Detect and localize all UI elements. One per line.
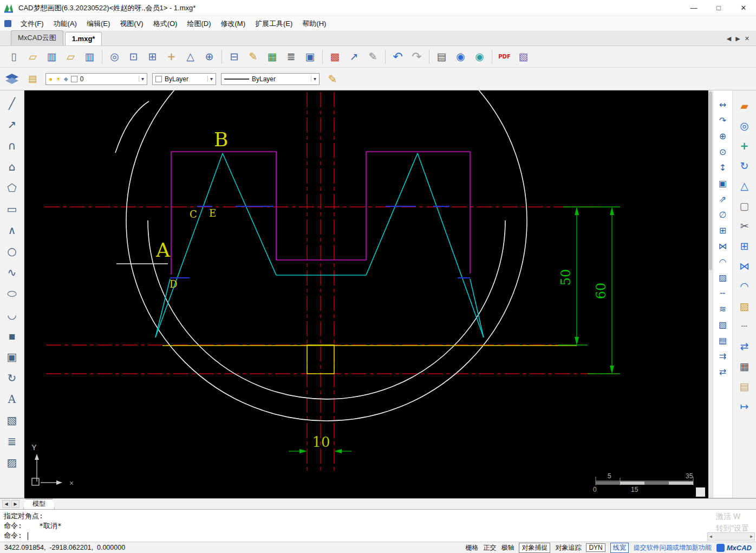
swap-tool-icon[interactable]: ⇄ — [715, 365, 731, 378]
edit-attributes-icon[interactable]: ✎ — [363, 48, 382, 66]
export-pdf-icon[interactable]: PDF — [495, 48, 514, 66]
tab-model[interactable]: 模型 — [23, 499, 55, 510]
linetype-select[interactable]: ByLayer ▾ — [221, 73, 320, 85]
hatch-tool-icon[interactable]: ▨ — [2, 453, 22, 472]
arc-tool-icon[interactable]: ∩ — [2, 136, 22, 155]
print-icon[interactable]: ▤ — [432, 48, 451, 66]
command-prompt-line[interactable]: 命令: — [4, 531, 756, 541]
rectangle-tool-icon[interactable]: ▭ — [2, 199, 22, 218]
line-tool-icon[interactable]: ╱ — [2, 94, 22, 113]
color-table-icon[interactable]: ▩ — [325, 48, 344, 66]
zoom-window-tool-icon[interactable]: ▣ — [715, 177, 731, 190]
export-image-icon[interactable]: ▧ — [514, 48, 533, 66]
open-file-icon[interactable]: ▱ — [23, 48, 42, 66]
tab-current-drawing[interactable]: 1.mxg* — [65, 32, 102, 45]
drawing-canvas[interactable]: 50 60 10 B C E A D — [24, 90, 708, 498]
text-style-icon[interactable]: ≣ — [282, 48, 301, 66]
stretch-icon[interactable]: ▢ — [735, 199, 754, 212]
ellipse-arc-tool-icon[interactable]: ◡ — [2, 305, 22, 324]
save-as-icon[interactable]: ▥ — [80, 48, 99, 66]
trim-icon[interactable]: ✂ — [735, 219, 754, 232]
command-window[interactable]: 指定对角点: 命令: *取消* 命令: 激活 W 转到"设置 ◀ ▶ — [0, 509, 756, 542]
insert-table-icon[interactable]: ▦ — [263, 48, 282, 66]
break-icon[interactable]: ┄ — [735, 320, 754, 333]
draw-pencil-icon[interactable]: ✎ — [244, 48, 263, 66]
toggle-dyn[interactable]: DYN — [586, 543, 605, 552]
zoom-scale-icon[interactable]: △ — [181, 48, 200, 66]
toggle-grid[interactable]: 栅格 — [465, 543, 478, 552]
linetype-scale-icon[interactable]: ╌ — [715, 287, 731, 300]
color-select[interactable]: ByLayer ▾ — [152, 73, 216, 85]
image-insert-tool-icon[interactable]: ▧ — [2, 411, 22, 430]
polygon2-tool-icon[interactable]: ⬠ — [2, 178, 22, 197]
scale-icon[interactable]: △ — [735, 179, 754, 192]
zoom-in-icon[interactable]: ⊕ — [200, 48, 219, 66]
toggle-polar[interactable]: 极轴 — [501, 543, 514, 552]
array-tool-icon[interactable]: ⊞ — [715, 224, 731, 237]
text-tool-icon[interactable]: A — [2, 389, 22, 408]
spline-tool-icon[interactable]: ∿ — [2, 263, 22, 282]
fillet-tool-icon[interactable]: ◠ — [715, 255, 731, 268]
toggle-ortho[interactable]: 正交 — [483, 543, 496, 552]
toggle-osnap[interactable]: 对象捕捉 — [519, 543, 550, 553]
command-horizontal-scrollbar[interactable]: ◀ ▶ — [707, 532, 755, 541]
block-insert-tool-icon[interactable]: ▣ — [2, 347, 22, 366]
polygon-tool-icon[interactable]: ⌂ — [2, 157, 22, 176]
rotate-tool-icon[interactable]: ↻ — [2, 368, 22, 387]
zoom-all-icon[interactable]: ◎ — [105, 48, 124, 66]
zoom-window-icon[interactable]: ⊡ — [124, 48, 143, 66]
canvas-vertical-scrollbar[interactable] — [708, 90, 713, 498]
mtext-tool-icon[interactable]: ≣ — [2, 432, 22, 451]
erase-icon[interactable]: ▰ — [735, 99, 754, 112]
pan-tool-icon[interactable]: ⊕ — [715, 129, 731, 142]
align-tool-icon[interactable]: ⇉ — [715, 349, 731, 362]
mirror-icon[interactable]: ⋈ — [735, 259, 754, 272]
menu-draw[interactable]: 绘图(D) — [182, 17, 216, 31]
dim-linear-icon[interactable]: ↔ — [715, 98, 731, 111]
rotate-icon[interactable]: ↻ — [735, 159, 754, 172]
layer-manager-icon[interactable]: ▤ — [24, 71, 41, 87]
circle-tool-icon[interactable]: ○ — [2, 242, 22, 261]
export-view-icon[interactable]: ↗ — [344, 48, 363, 66]
publish-web-icon[interactable]: ◉ — [451, 48, 470, 66]
mirror-tool-icon[interactable]: ⋈ — [715, 239, 731, 252]
minimize-button[interactable]: — — [681, 0, 706, 16]
maximize-button[interactable]: □ — [706, 0, 731, 16]
move-icon[interactable]: + — [735, 139, 754, 152]
copy-clipboard-icon[interactable]: ▣ — [301, 48, 320, 66]
ellipse-tool-icon[interactable]: ⬭ — [2, 284, 22, 303]
menu-format[interactable]: 格式(O) — [148, 17, 183, 31]
point-tool-icon[interactable]: ▪ — [2, 326, 22, 345]
menu-file[interactable]: 文件(F) — [16, 17, 49, 31]
feedback-link[interactable]: 提交软件问题或增加新功能 — [634, 543, 712, 552]
layer-select[interactable]: ● ☀ ◆ 0 ▾ — [45, 73, 147, 85]
zoom-previous-icon[interactable]: ⊟ — [225, 48, 244, 66]
menu-help[interactable]: 帮助(H) — [297, 17, 331, 31]
paste-block-icon[interactable]: ▤ — [715, 334, 731, 347]
save-icon[interactable]: ▥ — [42, 48, 61, 66]
redo-icon[interactable]: ↷ — [407, 48, 426, 66]
dim-ordinate-icon[interactable]: ↕ — [715, 161, 731, 174]
open-folder-icon[interactable]: ▱ — [61, 48, 80, 66]
layers-icon[interactable] — [4, 73, 19, 86]
menu-edit[interactable]: 编辑(E) — [82, 17, 115, 31]
array-icon[interactable]: ⊞ — [735, 239, 754, 252]
tab-close-icon[interactable]: ✕ — [745, 35, 750, 42]
layout-prev-icon[interactable]: ◀ — [2, 500, 10, 508]
paste-clipboard-icon[interactable]: ▤ — [735, 380, 754, 393]
offset-tool-icon[interactable]: ≋ — [715, 302, 731, 315]
zoom-tool-icon[interactable]: ⊙ — [715, 145, 731, 158]
undo-icon[interactable]: ↶ — [388, 48, 407, 66]
fillet-icon[interactable]: ◠ — [735, 279, 754, 292]
tab-mxcad-cloud[interactable]: MxCAD云图 — [11, 30, 63, 45]
align-arrows-icon[interactable]: ↦ — [735, 400, 754, 413]
open-web-icon[interactable]: ◉ — [470, 48, 489, 66]
toggle-lineweight[interactable]: 线宽 — [610, 543, 629, 553]
dim-arc-length-icon[interactable]: ↷ — [715, 114, 731, 127]
gradient-fill-icon[interactable]: ▨ — [735, 300, 754, 313]
view-3d-icon[interactable]: ▧ — [715, 318, 731, 331]
draw-order-pencil-icon[interactable]: ✎ — [324, 71, 341, 87]
polyline-tool-icon[interactable]: ∧ — [2, 220, 22, 239]
dim-aligned-icon[interactable]: ⇗ — [715, 192, 731, 205]
system-menu-icon[interactable] — [4, 20, 11, 27]
